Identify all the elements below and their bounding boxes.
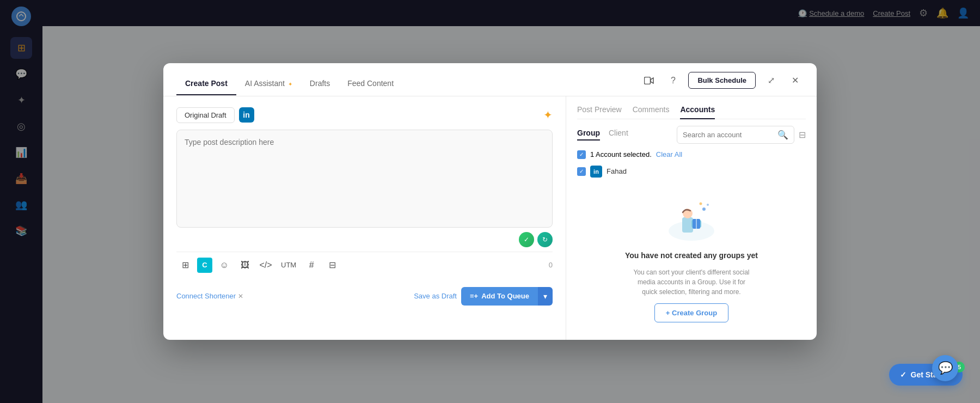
tab-drafts[interactable]: Drafts xyxy=(301,72,339,95)
fahad-name: Fahad xyxy=(607,167,627,175)
ai-badge: ✦ xyxy=(288,81,292,87)
empty-desc: You can sort your client's different soc… xyxy=(632,267,751,297)
tab-create-post[interactable]: Create Post xyxy=(176,72,236,95)
char-count: 0 xyxy=(549,261,553,269)
connect-shortener[interactable]: Connect Shortener ✕ xyxy=(176,292,243,300)
accounts-panel: Post Preview Comments Accounts Group Cli… xyxy=(566,96,817,340)
chat-button[interactable]: 💬 xyxy=(932,355,958,381)
grid-icon[interactable]: ⊟ xyxy=(323,257,341,274)
bulk-schedule-button[interactable]: Bulk Schedule xyxy=(688,72,756,89)
content-icon[interactable]: C xyxy=(197,258,212,273)
tab-group[interactable]: Group xyxy=(577,129,600,141)
original-draft-button[interactable]: Original Draft xyxy=(176,107,235,123)
account-item-fahad: ✓ in Fahad xyxy=(577,166,806,178)
emoji-icon[interactable]: ☺ xyxy=(216,257,233,274)
image-icon[interactable]: 🖼 xyxy=(236,257,254,274)
account-search-box: 🔍 xyxy=(677,126,794,144)
right-panel-tabs: Post Preview Comments Accounts xyxy=(577,105,806,119)
save-draft-button[interactable]: Save as Draft xyxy=(414,292,457,300)
filter-icon[interactable]: ⊟ xyxy=(799,130,806,140)
modal-tab-list: Create Post AI Assistant ✦ Drafts Feed C… xyxy=(176,72,640,95)
linkedin-badge: in xyxy=(239,107,254,123)
fahad-checkbox[interactable]: ✓ xyxy=(577,167,586,176)
tab-comments[interactable]: Comments xyxy=(633,105,670,114)
modal-body: Original Draft in ✦ ✓ ↻ ⊞ C ☺ xyxy=(163,96,817,340)
expand-icon[interactable]: ⤢ xyxy=(762,72,780,89)
tab-client[interactable]: Client xyxy=(609,129,628,141)
avatar-green: ✓ xyxy=(519,232,534,247)
clear-all-link[interactable]: Clear All xyxy=(656,150,682,158)
account-search-input[interactable] xyxy=(683,131,774,139)
search-icon: 🔍 xyxy=(777,130,788,140)
editor-footer: Connect Shortener ✕ Save as Draft ≡+ Add… xyxy=(176,285,553,306)
video-icon[interactable] xyxy=(640,72,658,89)
code-icon[interactable]: </> xyxy=(257,257,274,274)
svg-point-8 xyxy=(702,207,706,211)
tab-ai-assistant[interactable]: AI Assistant ✦ xyxy=(236,72,301,95)
svg-point-9 xyxy=(707,204,709,206)
hashtag-icon[interactable]: # xyxy=(303,257,320,274)
modal-header-actions: ? Bulk Schedule ⤢ ✕ xyxy=(640,72,804,96)
add-queue-dropdown-button[interactable]: ▾ xyxy=(538,287,553,306)
tab-feed-content[interactable]: Feed Content xyxy=(339,72,402,95)
empty-title: You have not created any groups yet xyxy=(625,251,758,261)
post-editor: Original Draft in ✦ ✓ ↻ ⊞ C ☺ xyxy=(163,96,566,340)
modal-header: Create Post AI Assistant ✦ Drafts Feed C… xyxy=(163,63,817,96)
account-selected-row: ✓ 1 Account selected. Clear All xyxy=(577,150,806,159)
avatar-teal: ↻ xyxy=(537,232,553,247)
draft-selector: Original Draft in ✦ xyxy=(176,107,553,123)
fahad-linkedin-icon: in xyxy=(590,166,602,178)
svg-point-10 xyxy=(700,202,702,205)
create-post-modal: Create Post AI Assistant ✦ Drafts Feed C… xyxy=(163,63,817,340)
editor-area: ✓ ↻ ⊞ C ☺ 🖼 </> UTM # ⊟ 0 xyxy=(176,130,553,278)
select-all-checkbox[interactable]: ✓ xyxy=(577,150,586,159)
editor-toolbar: ⊞ C ☺ 🖼 </> UTM # ⊟ 0 xyxy=(176,252,553,278)
svg-rect-1 xyxy=(645,77,651,84)
close-small-icon[interactable]: ✕ xyxy=(238,292,243,300)
add-to-queue-button[interactable]: ≡+ Add To Queue xyxy=(461,287,538,306)
search-filter-row: 🔍 ⊟ xyxy=(677,126,806,144)
help-icon[interactable]: ? xyxy=(664,72,682,89)
checkmark-icon: ✓ xyxy=(900,370,906,379)
tab-post-preview[interactable]: Post Preview xyxy=(577,105,622,114)
layout-icon[interactable]: ⊞ xyxy=(176,257,194,274)
add-queue-group: ≡+ Add To Queue ▾ xyxy=(461,287,553,306)
close-icon[interactable]: ✕ xyxy=(786,72,804,89)
group-empty-state: You have not created any groups yet You … xyxy=(577,184,806,332)
post-textarea[interactable] xyxy=(176,130,553,228)
add-queue-icon: ≡+ xyxy=(470,292,478,300)
sparkle-icon[interactable]: ✦ xyxy=(543,108,553,121)
group-illustration xyxy=(661,193,721,242)
avatar-row: ✓ ↻ xyxy=(176,232,553,247)
utm-button[interactable]: UTM xyxy=(278,259,299,271)
group-client-tabs: Group Client xyxy=(577,129,628,141)
footer-actions: Save as Draft ≡+ Add To Queue ▾ xyxy=(414,287,553,306)
modal-overlay: Create Post AI Assistant ✦ Drafts Feed C… xyxy=(0,0,980,403)
tab-accounts[interactable]: Accounts xyxy=(680,105,715,119)
create-group-button[interactable]: + Create Group xyxy=(654,303,728,322)
accounts-controls: Group Client 🔍 ⊟ xyxy=(577,126,806,144)
